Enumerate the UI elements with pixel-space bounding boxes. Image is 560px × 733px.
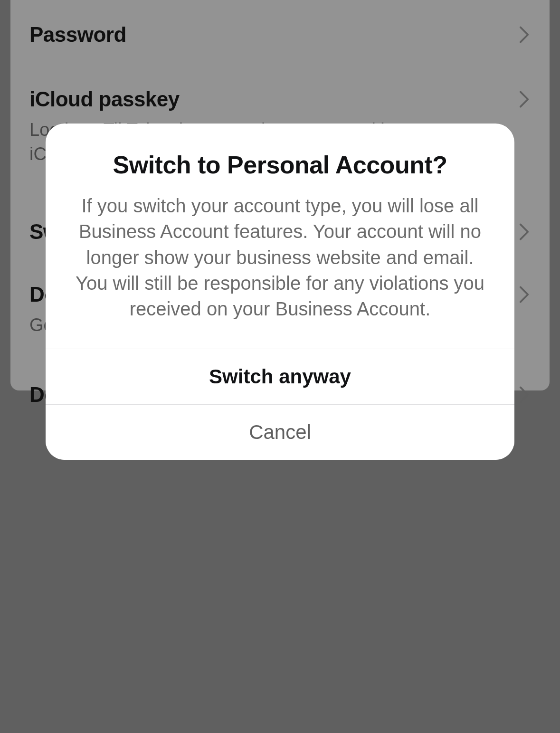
dialog-header: Switch to Personal Account? xyxy=(46,124,514,180)
dialog-title: Switch to Personal Account? xyxy=(73,151,487,180)
dialog-actions: Switch anyway Cancel xyxy=(46,349,514,460)
button-label: Cancel xyxy=(249,421,311,444)
dialog-body: If you switch your account type, you wil… xyxy=(46,180,514,349)
dialog-message: If you switch your account type, you wil… xyxy=(73,193,487,322)
switch-account-dialog: Switch to Personal Account? If you switc… xyxy=(46,124,514,460)
switch-anyway-button[interactable]: Switch anyway xyxy=(46,349,514,404)
cancel-button[interactable]: Cancel xyxy=(46,404,514,460)
settings-screen: Password iCloud passkey Log in to TikTok… xyxy=(0,0,560,733)
button-label: Switch anyway xyxy=(209,365,351,388)
